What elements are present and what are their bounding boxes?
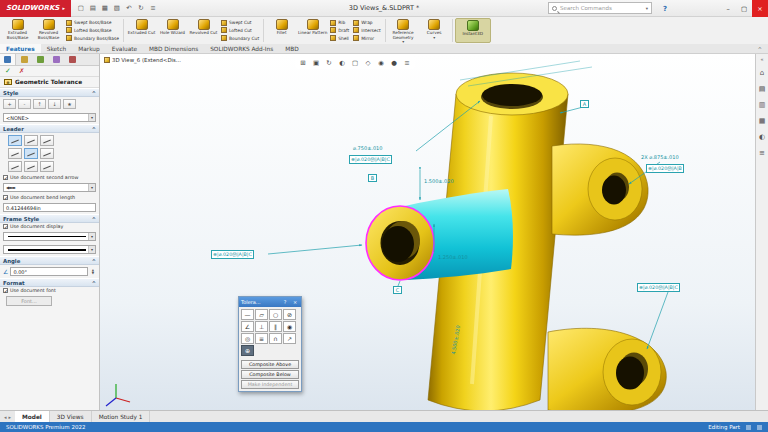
line-style-dropdown[interactable]: ▾: [3, 232, 96, 241]
save-icon[interactable]: ▦: [99, 1, 111, 16]
ribbon-button[interactable]: Lofted Cut: [221, 27, 259, 33]
search-caret-icon[interactable]: ▾: [646, 6, 648, 11]
design-library-icon[interactable]: ▤: [759, 85, 766, 93]
feature-control-frame[interactable]: ⊕|⌀.020Ⓜ|A|B|C: [349, 155, 392, 164]
ok-button[interactable]: ✓: [5, 67, 11, 75]
frame-style-section-header[interactable]: Frame Style ^: [0, 214, 99, 223]
dialog-titlebar[interactable]: Tolera... ? ×: [239, 297, 301, 307]
ribbon-collapse-icon[interactable]: ^: [752, 44, 768, 53]
rebuild-icon[interactable]: ↻: [135, 1, 147, 16]
style-favorite-button[interactable]: ↑: [33, 99, 46, 109]
line-thickness-dropdown[interactable]: ▾: [3, 245, 96, 254]
bend-length-input[interactable]: 0.41244694in: [3, 203, 96, 212]
use-document-second-arrow-checkbox[interactable]: Use document second arrow: [0, 174, 99, 181]
use-document-font-checkbox[interactable]: Use document font: [0, 287, 99, 294]
leader-style-button[interactable]: [8, 148, 22, 159]
tolerance-dialog-button[interactable]: Composite Below: [241, 370, 299, 379]
tab-scroll-left-icon[interactable]: ◂: [4, 414, 7, 420]
logo-menu-caret-icon[interactable]: ▸: [62, 5, 65, 11]
new-file-icon[interactable]: ▢: [75, 1, 87, 16]
style-favorite-button[interactable]: +: [3, 99, 16, 109]
style-favorite-button[interactable]: ★: [63, 99, 76, 109]
section-view-icon[interactable]: ◐: [336, 57, 348, 68]
ribbon-tab[interactable]: MBD: [279, 44, 304, 53]
use-document-display-checkbox[interactable]: Use document display: [0, 223, 99, 230]
leader-style-button[interactable]: [40, 161, 54, 172]
help-button[interactable]: ?: [658, 0, 672, 17]
maximize-button[interactable]: ▢: [736, 0, 752, 17]
angle-input[interactable]: 0.00°: [10, 267, 88, 276]
format-section-header[interactable]: Format ^: [0, 278, 99, 287]
task-pane-collapse-icon[interactable]: «: [760, 56, 763, 62]
ribbon-tab[interactable]: SOLIDWORKS Add-Ins: [204, 44, 279, 53]
ribbon-button[interactable]: Hole Wizard: [157, 18, 188, 43]
tolerance-symbol-button[interactable]: ◎: [241, 333, 254, 344]
ribbon-button[interactable]: Mirror: [353, 35, 380, 41]
arrow-style-dropdown[interactable]: ◀▬▬ ▾: [3, 183, 96, 192]
leader-style-button[interactable]: [8, 161, 22, 172]
datum-flag-b[interactable]: B: [368, 174, 377, 182]
angle-spinner[interactable]: ▲▼: [90, 269, 96, 275]
ribbon-tab[interactable]: Markup: [72, 44, 105, 53]
ribbon-button[interactable]: Shell: [330, 35, 349, 41]
ribbon-tab[interactable]: Sketch: [41, 44, 73, 53]
ribbon-button[interactable]: Linear Pattern: [297, 18, 328, 43]
ribbon-button[interactable]: Lofted Boss/Base: [66, 27, 119, 33]
dimension-label[interactable]: 2X ⌀.875±.010: [641, 154, 679, 160]
dimension-label[interactable]: ⌀.750±.010: [353, 145, 382, 151]
ribbon-dropdown-button[interactable]: Curves ▾: [419, 18, 450, 43]
ribbon-button[interactable]: Boundary Cut: [221, 35, 259, 41]
close-button[interactable]: ×: [752, 0, 768, 17]
undo-icon[interactable]: ↶: [123, 1, 135, 16]
ribbon-button[interactable]: Extruded Boss/Base: [2, 18, 33, 43]
options-icon[interactable]: ≡: [147, 1, 159, 16]
ribbon-dropdown-button[interactable]: Reference Geometry ▾: [388, 18, 419, 43]
tolerance-dialog-button[interactable]: Make Independent: [241, 380, 299, 389]
ribbon-button[interactable]: Intersect: [353, 27, 380, 33]
tolerance-symbol-button[interactable]: ○: [269, 309, 282, 320]
status-icon[interactable]: [746, 425, 751, 430]
datum-flag-a[interactable]: A: [580, 100, 589, 108]
dimension-label[interactable]: 1.250±.010: [438, 254, 468, 260]
file-explorer-icon[interactable]: ▥: [759, 101, 766, 109]
style-dropdown[interactable]: <NONE> ▾: [3, 113, 96, 122]
open-file-icon[interactable]: ▤: [87, 1, 99, 16]
dialog-help-button[interactable]: ?: [281, 299, 289, 305]
view-orientation-icon[interactable]: ▢: [349, 57, 361, 68]
ribbon-button[interactable]: Draft: [330, 27, 349, 33]
leader-style-button[interactable]: [8, 135, 22, 146]
configurationmanager-tab[interactable]: [32, 54, 48, 65]
font-button[interactable]: Font...: [6, 296, 52, 306]
ribbon-tab[interactable]: Evaluate: [106, 44, 143, 53]
view-palette-icon[interactable]: ▦: [759, 117, 766, 125]
leader-style-button[interactable]: [40, 148, 54, 159]
feature-control-frame[interactable]: ⊕|⌀.020Ⓜ|A|B|C: [211, 250, 254, 259]
tolerance-symbol-button[interactable]: ⊥: [255, 321, 268, 332]
ribbon-button[interactable]: Extruded Cut: [126, 18, 157, 43]
instant3d-button[interactable]: Instant3D: [455, 18, 491, 43]
dialog-close-button[interactable]: ×: [291, 299, 299, 305]
ribbon-button[interactable]: Swept Cut: [221, 20, 259, 26]
solidworks-resources-icon[interactable]: ⌂: [760, 69, 764, 77]
ribbon-button[interactable]: Revolved Cut: [188, 18, 219, 43]
tolerance-symbol-button[interactable]: ∥: [269, 321, 282, 332]
tolerance-symbol-button[interactable]: —: [241, 309, 254, 320]
display-style-icon[interactable]: ◇: [362, 57, 374, 68]
tolerance-symbol-button[interactable]: ∠: [241, 321, 254, 332]
style-favorite-button[interactable]: ↓: [48, 99, 61, 109]
angle-section-header[interactable]: Angle ^: [0, 256, 99, 265]
tolerance-symbol-button[interactable]: ◉: [283, 321, 296, 332]
leader-style-button[interactable]: [24, 161, 38, 172]
scene-icon[interactable]: ≡: [401, 57, 413, 68]
displaymanager-tab[interactable]: [64, 54, 80, 65]
print-icon[interactable]: ▧: [111, 1, 123, 16]
tab-scroll-right-icon[interactable]: ▸: [9, 414, 12, 420]
tolerance-symbol-button[interactable]: ≡: [255, 333, 268, 344]
appearances-icon[interactable]: ◐: [759, 133, 765, 141]
view-mode-tab[interactable]: Model: [15, 411, 50, 422]
search-box[interactable]: Search Commands ▾: [548, 2, 652, 14]
feature-control-frame[interactable]: ⊕|⌀.020Ⓜ|A|B|C: [637, 283, 680, 292]
tolerance-symbol-button[interactable]: ⊘: [283, 309, 296, 320]
view-mode-tab[interactable]: Motion Study 1: [92, 411, 151, 422]
tolerance-dialog-button[interactable]: Composite Above: [241, 360, 299, 369]
